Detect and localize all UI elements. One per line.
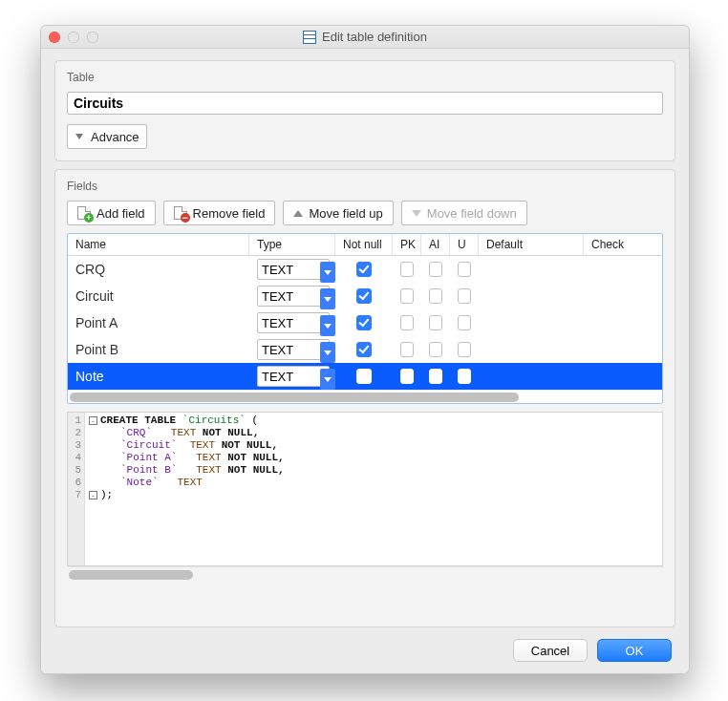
cell-type[interactable]: [249, 312, 335, 333]
advance-button-label: Advance: [91, 130, 139, 144]
add-field-label: Add field: [96, 206, 145, 221]
ai-checkbox[interactable]: [429, 288, 442, 304]
move-down-label: Move field down: [427, 206, 517, 221]
ok-button[interactable]: OK: [597, 639, 672, 662]
add-field-button[interactable]: + Add field: [67, 201, 156, 225]
notnull-checkbox[interactable]: [356, 369, 372, 384]
fields-grid: Name Type Not null PK AI U Default Check…: [67, 233, 663, 404]
pk-checkbox[interactable]: [400, 315, 414, 330]
sql-code[interactable]: -CREATE TABLE `Circuits` ( `CRQ` TEXT NO…: [85, 413, 662, 565]
table-row[interactable]: Point A: [68, 309, 662, 336]
table-panel-label: Table: [67, 71, 663, 84]
type-dropdown-icon[interactable]: [320, 342, 335, 363]
cell-name[interactable]: CRQ: [68, 262, 249, 277]
pk-checkbox[interactable]: [400, 262, 414, 277]
cancel-button[interactable]: Cancel: [513, 639, 588, 662]
col-type[interactable]: Type: [249, 234, 335, 255]
type-input[interactable]: [257, 259, 330, 280]
col-notnull[interactable]: Not null: [335, 234, 393, 255]
table-row[interactable]: Point B: [68, 336, 662, 363]
dialog-edit-table-definition: Edit table definition Table Advance Fiel…: [40, 25, 690, 674]
advance-button[interactable]: Advance: [67, 124, 147, 149]
table-row[interactable]: Circuit: [68, 283, 662, 309]
ai-checkbox[interactable]: [429, 369, 442, 384]
sql-preview: 1234567 -CREATE TABLE `Circuits` ( `CRQ`…: [67, 412, 663, 566]
remove-field-label: Remove field: [193, 206, 266, 221]
page-remove-icon: −: [174, 206, 187, 220]
minimize-icon: [68, 32, 79, 43]
cell-type[interactable]: [249, 339, 335, 360]
unique-checkbox[interactable]: [458, 288, 471, 304]
zoom-icon: [87, 32, 98, 43]
table-icon: [303, 31, 316, 44]
cell-name[interactable]: Point B: [68, 342, 249, 357]
type-dropdown-icon[interactable]: [320, 262, 335, 283]
move-down-button: Move field down: [401, 201, 527, 225]
cell-name[interactable]: Circuit: [68, 288, 249, 304]
col-u[interactable]: U: [450, 234, 479, 255]
notnull-checkbox[interactable]: [356, 342, 372, 357]
cell-type[interactable]: [249, 366, 335, 387]
unique-checkbox[interactable]: [458, 342, 471, 357]
type-dropdown-icon[interactable]: [320, 315, 335, 336]
notnull-checkbox[interactable]: [356, 288, 372, 304]
type-dropdown-icon[interactable]: [320, 288, 335, 309]
grid-header: Name Type Not null PK AI U Default Check: [68, 234, 662, 256]
titlebar: Edit table definition: [41, 26, 689, 49]
notnull-checkbox[interactable]: [356, 315, 372, 330]
col-pk[interactable]: PK: [393, 234, 421, 255]
type-input[interactable]: [257, 366, 330, 387]
col-ai[interactable]: AI: [421, 234, 450, 255]
move-up-button[interactable]: Move field up: [283, 201, 393, 225]
cell-name[interactable]: Point A: [68, 315, 249, 330]
ai-checkbox[interactable]: [429, 262, 442, 277]
unique-checkbox[interactable]: [458, 315, 471, 330]
close-icon[interactable]: [49, 32, 60, 43]
remove-field-button[interactable]: − Remove field: [163, 201, 276, 225]
notnull-checkbox[interactable]: [356, 262, 372, 277]
pk-checkbox[interactable]: [400, 288, 414, 304]
chevron-down-icon: [75, 134, 83, 139]
type-input[interactable]: [257, 339, 330, 360]
cell-type[interactable]: [249, 286, 335, 307]
triangle-down-icon: [412, 210, 421, 217]
col-check[interactable]: Check: [584, 234, 632, 255]
cell-name[interactable]: Note: [68, 369, 249, 384]
window-title: Edit table definition: [322, 30, 427, 44]
page-add-icon: +: [77, 206, 91, 220]
table-row[interactable]: CRQ: [68, 256, 662, 283]
grid-horizontal-scrollbar[interactable]: [68, 390, 662, 403]
move-up-label: Move field up: [309, 206, 382, 221]
unique-checkbox[interactable]: [458, 262, 471, 277]
col-name[interactable]: Name: [68, 234, 249, 255]
col-default[interactable]: Default: [479, 234, 584, 255]
fields-panel: Fields + Add field − Remove field Move f…: [54, 169, 675, 627]
triangle-up-icon: [293, 210, 303, 217]
table-name-input[interactable]: [67, 92, 663, 115]
cell-type[interactable]: [249, 259, 335, 280]
sql-gutter: 1234567: [68, 413, 85, 565]
table-panel: Table Advance: [54, 60, 675, 161]
unique-checkbox[interactable]: [458, 369, 471, 384]
type-input[interactable]: [257, 286, 330, 307]
pk-checkbox[interactable]: [400, 369, 414, 384]
type-dropdown-icon[interactable]: [320, 369, 335, 390]
panel-horizontal-scrollbar[interactable]: [67, 566, 663, 582]
ai-checkbox[interactable]: [429, 342, 442, 357]
type-input[interactable]: [257, 312, 330, 333]
table-row[interactable]: Note: [68, 363, 662, 390]
ai-checkbox[interactable]: [429, 315, 442, 330]
pk-checkbox[interactable]: [400, 342, 414, 357]
fields-panel-label: Fields: [67, 180, 663, 193]
